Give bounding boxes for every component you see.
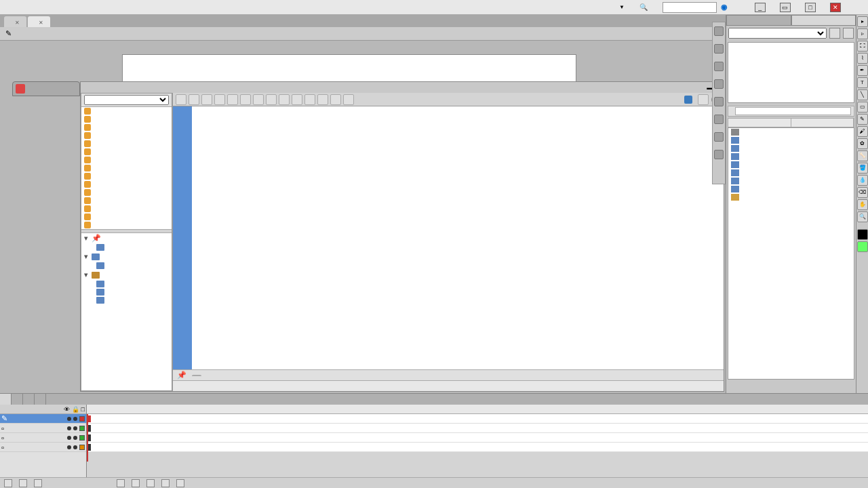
step-fwd-button[interactable]	[161, 479, 170, 487]
new-folder-button[interactable]	[19, 479, 27, 487]
lasso-tool[interactable]: ⌇	[857, 53, 868, 64]
rewind-button[interactable]	[117, 479, 125, 487]
line-tool[interactable]: ╲	[857, 89, 868, 100]
panel-icon[interactable]	[714, 97, 724, 106]
pencil-tool[interactable]: ✎	[857, 114, 868, 125]
check-syntax-button[interactable]	[214, 94, 225, 105]
workspace: ▬≡	[0, 41, 726, 393]
window-minimize[interactable]: _	[755, 3, 766, 12]
language-select[interactable]	[84, 95, 169, 105]
library-search[interactable]	[735, 107, 851, 115]
window-maximize[interactable]: □	[805, 3, 816, 12]
col-linkage[interactable]	[791, 119, 854, 127]
library-list[interactable]	[728, 127, 854, 380]
fill-color[interactable]	[857, 241, 868, 252]
toolbar-button[interactable]	[317, 94, 328, 105]
layer-startmes[interactable]: ▫	[0, 443, 86, 452]
toolbar-button[interactable]	[330, 94, 341, 105]
collapse-button[interactable]	[266, 94, 277, 105]
tab-timeline[interactable]	[0, 394, 12, 405]
frames-area[interactable]	[87, 405, 868, 477]
tab-compiler-errors[interactable]	[23, 394, 35, 405]
panel-icon[interactable]	[714, 115, 724, 124]
tab-output[interactable]	[12, 394, 23, 405]
panel-icon[interactable]	[714, 62, 724, 71]
frame-ruler[interactable]	[87, 405, 868, 414]
subselection-tool[interactable]: ▹	[857, 28, 868, 39]
frame-icon	[96, 244, 104, 251]
script-tab[interactable]	[192, 375, 201, 376]
layer-script[interactable]: ✎	[0, 414, 86, 424]
pin-library-icon[interactable]	[829, 28, 840, 39]
expand-button[interactable]	[279, 94, 290, 105]
text-tool[interactable]: T	[857, 77, 868, 88]
add-item-button[interactable]	[176, 94, 186, 105]
layer-mc-char[interactable]: ▫	[0, 424, 86, 433]
panel-icon[interactable]	[714, 26, 724, 36]
panel-icon[interactable]	[714, 79, 724, 89]
toolbar-button[interactable]	[343, 94, 354, 105]
code-snippets-icon	[684, 96, 692, 104]
panel-icon[interactable]	[714, 150, 724, 159]
library-preview	[728, 42, 854, 103]
brush-tool[interactable]: 🖌	[857, 126, 868, 137]
layer-wall-left[interactable]: ▫	[0, 433, 86, 443]
show-hint-button[interactable]	[240, 94, 251, 105]
doctab-move-character[interactable]: ✕	[28, 16, 50, 27]
pkg-item	[81, 180, 172, 188]
insert-target-button[interactable]	[201, 94, 212, 105]
doctab-untitled[interactable]: ✕	[4, 16, 26, 27]
autoformat-button[interactable]	[227, 94, 238, 105]
debug-button[interactable]	[253, 94, 264, 105]
package-list[interactable]	[81, 107, 172, 229]
paint-bucket-tool[interactable]: 🪣	[857, 163, 868, 174]
eyedropper-tool[interactable]: 💧	[857, 175, 868, 186]
tab-library[interactable]	[791, 15, 856, 26]
rectangle-tool[interactable]: ▭	[857, 102, 868, 113]
movieclip-icon	[731, 137, 739, 144]
window-restore[interactable]: ▭	[780, 3, 791, 12]
comment-button[interactable]	[292, 94, 302, 105]
deco-tool[interactable]: ✿	[857, 138, 868, 149]
window-close[interactable]: ✕	[830, 3, 841, 12]
script-assist-button[interactable]	[698, 94, 709, 105]
code-editor[interactable]	[192, 106, 724, 369]
play-button[interactable]	[146, 479, 155, 487]
playhead[interactable]	[87, 414, 88, 462]
close-icon[interactable]: ✕	[15, 20, 20, 26]
script-navigator[interactable]: ▾📌 ▾ ▾	[81, 233, 172, 390]
fast-fwd-button[interactable]	[176, 479, 184, 487]
cs-live-button[interactable]: ◉	[721, 3, 738, 12]
panel-icon[interactable]	[714, 132, 724, 142]
find-button[interactable]	[189, 94, 199, 105]
tab-motion-editor[interactable]	[35, 394, 46, 405]
uncomment-button[interactable]	[304, 94, 315, 105]
frame-icon	[96, 262, 104, 269]
search-input[interactable]	[663, 2, 717, 13]
pkg-item	[81, 107, 172, 115]
close-icon[interactable]: ✕	[39, 20, 43, 26]
new-layer-button[interactable]	[4, 479, 12, 487]
actions-frame-tab[interactable]	[12, 81, 80, 96]
pin-icon[interactable]: 📌	[177, 371, 186, 380]
new-library-icon[interactable]	[843, 28, 854, 39]
scene-icon: ✎	[5, 29, 12, 38]
panel-icon[interactable]	[714, 44, 724, 54]
delete-layer-button[interactable]	[34, 479, 42, 487]
bone-tool[interactable]: 🦴	[857, 150, 868, 161]
free-transform-tool[interactable]: ⛶	[857, 41, 868, 52]
pkg-item	[81, 131, 172, 140]
col-name[interactable]	[728, 119, 791, 127]
code-editor-area: ? 📌	[172, 93, 724, 391]
pkg-item	[81, 148, 172, 156]
stroke-color[interactable]	[857, 229, 868, 240]
zoom-tool[interactable]: 🔍	[857, 211, 868, 222]
selection-tool[interactable]: ▸	[857, 16, 868, 27]
library-doc-select[interactable]	[728, 28, 827, 39]
hand-tool[interactable]: ✋	[857, 199, 868, 210]
pen-tool[interactable]: ✒	[857, 65, 868, 76]
step-back-button[interactable]	[132, 479, 140, 487]
eraser-tool[interactable]: ⌫	[857, 187, 868, 198]
tab-properties[interactable]	[726, 15, 791, 26]
package-icon	[84, 108, 91, 115]
